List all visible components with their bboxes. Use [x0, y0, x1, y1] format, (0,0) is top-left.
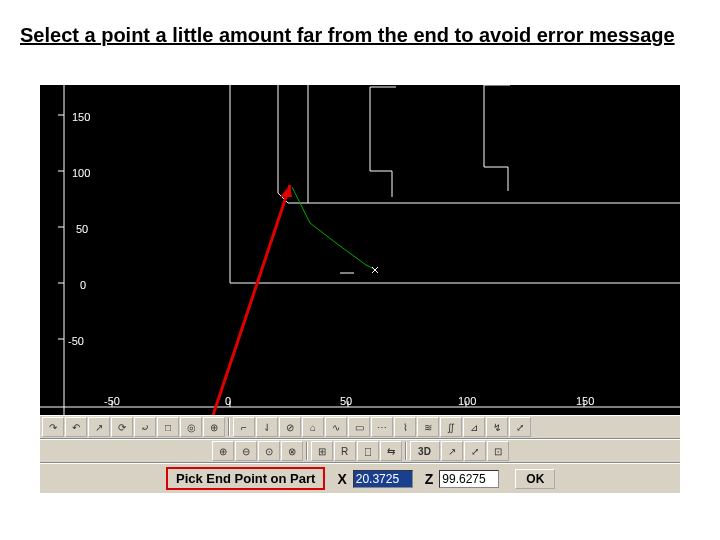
tool-icon[interactable]: ⤾: [134, 417, 156, 437]
tool-icon[interactable]: ⌐: [233, 417, 255, 437]
tool-icon[interactable]: ∿: [325, 417, 347, 437]
tool-icon[interactable]: ↯: [486, 417, 508, 437]
tool-icon[interactable]: ⌂: [302, 417, 324, 437]
zoom-fit-icon[interactable]: ⊙: [258, 441, 280, 461]
status-bar: Pick End Point on Part X Z OK: [40, 463, 680, 493]
x-label: X: [337, 471, 346, 487]
x-tick-150: 150: [576, 395, 594, 407]
toolbar-separator: [228, 418, 230, 436]
command-prompt: Pick End Point on Part: [166, 467, 325, 490]
x-tick-100: 100: [458, 395, 476, 407]
z-coordinate-input[interactable]: [439, 470, 499, 488]
tool-icon[interactable]: ≋: [417, 417, 439, 437]
view-icon[interactable]: ⇆: [380, 441, 402, 461]
y-tick-150: 150: [72, 111, 90, 123]
view-icon[interactable]: ⎕: [357, 441, 379, 461]
tool-icon[interactable]: ⟳: [111, 417, 133, 437]
y-tick-100: 100: [72, 167, 90, 179]
tool-icon[interactable]: ⤢: [509, 417, 531, 437]
view-3d-button[interactable]: 3D: [410, 441, 440, 461]
tool-icon[interactable]: ⊕: [203, 417, 225, 437]
x-coordinate-input[interactable]: [353, 470, 413, 488]
x-tick-0: 0: [225, 395, 231, 407]
tool-icon[interactable]: ↷: [42, 417, 64, 437]
toolbar-separator: [306, 442, 308, 460]
y-tick-0: 0: [80, 279, 86, 291]
zoom-out-icon[interactable]: ⊖: [235, 441, 257, 461]
y-tick-n50: -50: [68, 335, 84, 347]
z-label: Z: [425, 471, 434, 487]
view-icon[interactable]: ⊡: [487, 441, 509, 461]
toolbar-separator: [405, 442, 407, 460]
view-icon[interactable]: ⊞: [311, 441, 333, 461]
tool-icon[interactable]: ⊿: [463, 417, 485, 437]
tool-icon[interactable]: ↶: [65, 417, 87, 437]
x-tick-n50: -50: [104, 395, 120, 407]
tool-icon[interactable]: ↗: [88, 417, 110, 437]
tool-icon[interactable]: ▭: [348, 417, 370, 437]
tool-icon[interactable]: ◎: [180, 417, 202, 437]
tool-icon[interactable]: ⇃: [256, 417, 278, 437]
redraw-icon[interactable]: R: [334, 441, 356, 461]
tool-icon[interactable]: ∬: [440, 417, 462, 437]
x-tick-50: 50: [340, 395, 352, 407]
toolbar-top: ↷ ↶ ↗ ⟳ ⤾ □ ◎ ⊕ ⌐ ⇃ ⊘ ⌂ ∿ ▭ ⋯ ⌇ ≋ ∬ ⊿ ↯ …: [40, 415, 680, 439]
zoom-window-icon[interactable]: ⊗: [281, 441, 303, 461]
tool-icon[interactable]: ⊘: [279, 417, 301, 437]
ok-button[interactable]: OK: [515, 469, 555, 489]
tool-icon[interactable]: ⋯: [371, 417, 393, 437]
toolbar-view: ⊕ ⊖ ⊙ ⊗ ⊞ R ⎕ ⇆ 3D ↗ ⤢ ⊡: [40, 439, 680, 463]
y-tick-50: 50: [76, 223, 88, 235]
zoom-in-icon[interactable]: ⊕: [212, 441, 234, 461]
tool-icon[interactable]: ⌇: [394, 417, 416, 437]
view-icon[interactable]: ⤢: [464, 441, 486, 461]
view-icon[interactable]: ↗: [441, 441, 463, 461]
cad-viewport[interactable]: 150 100 50 0 -50 -50 0 50 100 150: [40, 85, 680, 415]
tool-icon[interactable]: □: [157, 417, 179, 437]
instruction-text: Select a point a little amount far from …: [20, 22, 700, 48]
